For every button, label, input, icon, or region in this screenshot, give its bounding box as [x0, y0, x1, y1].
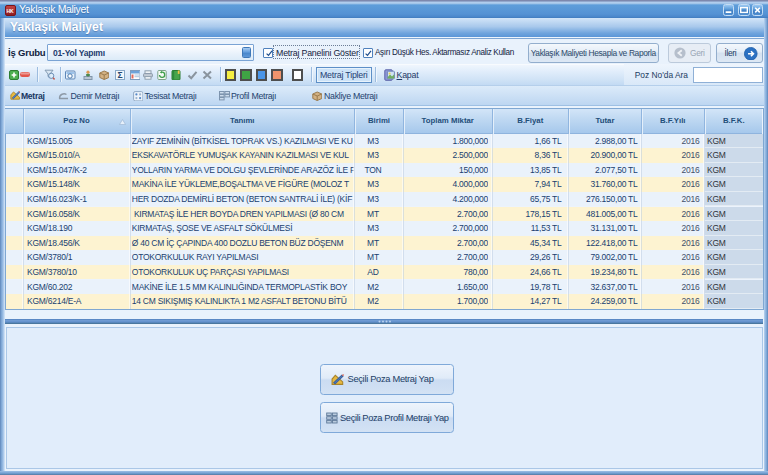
svg-text:Σ: Σ: [117, 70, 122, 80]
